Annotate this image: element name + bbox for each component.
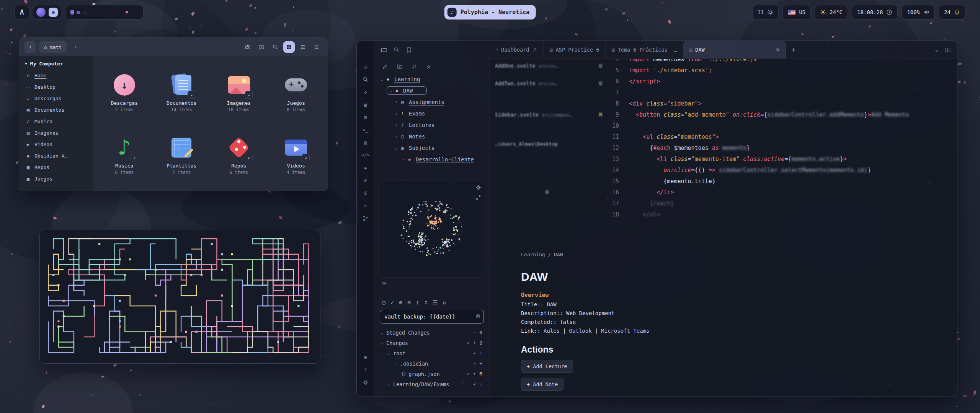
git-branch-icon[interactable] [362,215,369,222]
workspace-dot[interactable] [126,11,128,13]
vault-switcher-icon[interactable]: ▣ [362,353,369,361]
settings-gear-icon[interactable] [362,379,369,386]
workspaces-pill[interactable] [65,5,144,20]
stage-icon[interactable]: + [479,350,482,356]
gem-icon[interactable]: ◈ [362,164,369,172]
clear-input-icon[interactable]: ⊗ [475,313,480,320]
weather-widget[interactable]: 24°C [815,5,848,20]
stage-icon[interactable]: + [473,371,476,377]
workspace-dot[interactable] [83,11,86,14]
folder-plantillas[interactable]: Plantillas 7 items [154,124,210,185]
discard-icon[interactable]: ↶ [467,371,470,377]
link-outlook[interactable]: Outlook [569,328,592,334]
folder-juegos[interactable]: Juegos 8 items [268,62,324,123]
editor-pane[interactable]: AddOne.sveltesrc/co…U AddTwo.sveltesrc/c… [489,59,957,397]
sidebar-item-repos[interactable]: ▣Repos [19,161,93,173]
sort-icon[interactable] [411,63,417,70]
files-panel-icon[interactable] [381,47,387,53]
close-icon[interactable]: × [362,202,369,210]
media-widget[interactable]: ♪ Polyphia - Neurotica [444,5,536,20]
theme-button[interactable] [36,8,46,17]
folder-imagenes[interactable]: ↗ Imagenes 10 items [211,62,267,123]
graph-settings-gear-icon[interactable] [475,185,481,190]
search-button[interactable] [270,41,281,53]
folder-repos[interactable]: ↗ Repos 6 items [211,124,267,185]
notifications-widget[interactable]: 24 [939,5,965,20]
breadcrumb[interactable]: ⌂ matt [39,41,67,53]
link-aules[interactable]: Aules [544,328,560,334]
new-folder-button[interactable] [256,41,267,53]
bookmarks-panel-icon[interactable] [406,47,412,53]
add-note-button[interactable]: + Add Note [521,378,564,391]
home-icon[interactable]: ⌂ [362,63,369,71]
tab-dashboard[interactable]: ⌂ Dashboard [489,41,544,59]
sidebar-item-imagenes[interactable]: ▨Imagenes [19,127,93,138]
git-row-staged-changes[interactable]: ⌄Staged Changes−0 [377,327,486,338]
tree-item-desarrollo-cliente[interactable]: ›◆Desarrollo-Cliente [377,154,486,165]
sidebar-item-descargas[interactable]: ↓Descargas [19,93,93,104]
discard-icon[interactable]: ↶ [473,381,476,387]
screenshot-button[interactable] [242,41,253,53]
note-breadcrumb[interactable]: Learning / DAW [521,252,942,257]
canvas-icon[interactable]: ◇ [362,88,369,96]
unstage-icon[interactable]: − [473,330,476,335]
calendar-icon[interactable]: ▤ [362,114,369,121]
git-row-graph-json[interactable]: {}graph.json↶+M [377,369,486,379]
new-note-icon[interactable] [382,63,388,70]
workspace-dot[interactable] [77,11,80,14]
collapse-all-icon[interactable] [426,63,432,70]
clock-widget[interactable]: 18:08:28 [852,5,898,20]
folder-musica[interactable]: ♪↗ Musica 6 items [96,124,152,185]
close-tab-icon[interactable]: × [776,46,779,53]
link-microsoft-teams[interactable]: Microsoft Teams [601,328,649,334]
git-row-changes[interactable]: ⌄Changes↶+2 [377,338,486,348]
sidebar-item-videos[interactable]: ▶Videos [19,138,93,150]
git-list-icon[interactable]: ☰ [433,299,438,306]
grid-view-button[interactable] [283,41,295,53]
volume-widget[interactable]: 100% [902,5,935,20]
git-commit-icon[interactable]: ✓ [390,299,394,306]
add-lecture-button[interactable]: + Add Lecture [521,360,573,373]
git-unstage-all-icon[interactable]: ⊖ [407,299,411,306]
sidebar-item-juegos[interactable]: ▦Juegos [19,173,93,184]
sidebar-item-obsidian-vault[interactable]: ◆Obsidian V… [19,150,93,161]
currency-icon[interactable]: $ [362,189,369,197]
stage-icon[interactable]: + [473,340,476,346]
workspace-dot[interactable] [70,10,74,15]
graph-expand-icon[interactable] [475,195,481,200]
tab-asp-practice-6[interactable]: ▤ ASP Practice 6 [544,41,606,59]
stage-icon[interactable]: + [479,381,482,387]
forward-button[interactable]: › [70,41,81,53]
stage-icon[interactable]: + [479,361,482,366]
git-stage-all-icon[interactable]: ⊕ [399,299,402,306]
tab-list-chevron-icon[interactable]: ⌄ [934,46,939,53]
git-refresh-icon[interactable]: ↻ [443,299,446,306]
notes-button[interactable]: ≡ [49,8,58,17]
file-manager-titlebar[interactable]: ‹ ⌂ matt › [19,38,328,56]
updates-widget[interactable]: 11 [752,5,779,20]
sidebar-item-musica[interactable]: ♪Musica [19,115,93,127]
tag-icon[interactable]: # [362,177,369,184]
sidebar-item-documentos[interactable]: ▤Documentos [19,104,93,115]
menu-button[interactable] [311,41,322,53]
new-tab-button[interactable]: + [786,41,801,59]
terminal-icon[interactable]: >_ [362,126,369,134]
linked-pane-header[interactable] [377,278,486,289]
discard-icon[interactable]: ↶ [467,340,470,346]
discard-icon[interactable]: ↶ [473,350,476,356]
tree-item-learning[interactable]: ⌄◆Learning [377,73,486,85]
back-button[interactable]: ‹ [24,41,36,53]
git-row-obsidian-dir[interactable]: ⌄.obsidian↶+ [377,358,486,369]
search-panel-icon[interactable] [393,47,400,53]
git-row-root[interactable]: ⌄root↶+ [377,348,486,358]
git-row-learning-daw-exams[interactable]: ⌄Learning/DAW/Exams↶+ [377,379,486,389]
folder-videos[interactable]: ↗ Videos 4 items [268,124,324,185]
graph-view-panel[interactable] [378,180,485,278]
tree-item-assignments[interactable]: ›▤Assignments [377,96,486,108]
git-pull-icon[interactable]: ↧ [424,299,428,306]
tree-item-notes[interactable]: ›▢Notes [377,131,486,142]
grid-icon[interactable]: ▦ [362,101,369,109]
tree-item-lectures[interactable]: ›♪Lectures [377,119,486,131]
sidebar-header[interactable]: ▾My Computer [19,59,93,70]
tab-tema-6-practicas[interactable]: ▤ Tema 6 Prácticas -… [606,41,683,59]
